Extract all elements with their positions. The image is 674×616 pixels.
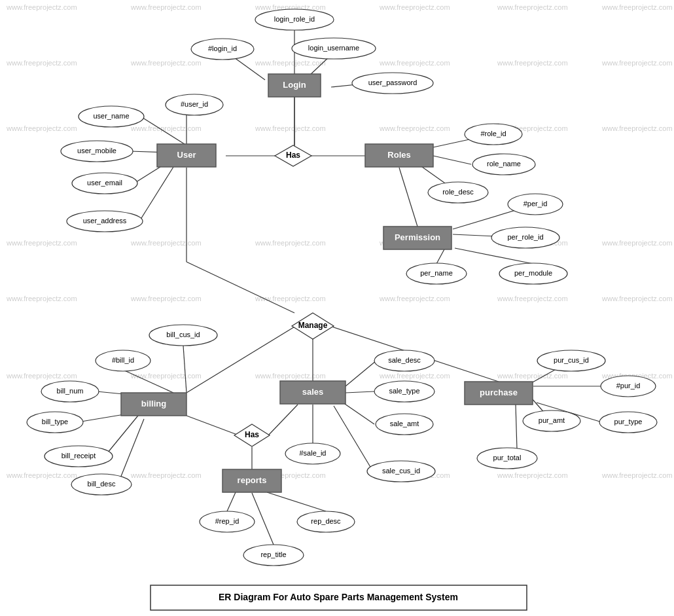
svg-line-83 [186,416,239,435]
attr-user-password-label: user_password [368,79,417,86]
svg-text:www.freeprojectz.com: www.freeprojectz.com [130,3,202,11]
attr-per-name-label: per_name [420,269,453,277]
attr-user-address-label: user_address [83,217,127,225]
entity-user-label: User [177,150,196,160]
svg-line-68 [123,370,173,393]
svg-text:www.freeprojectz.com: www.freeprojectz.com [130,59,202,67]
entity-permission-label: Permission [395,232,440,242]
attr-sale-amt-label: sale_amt [390,420,419,427]
svg-line-63 [186,262,294,313]
svg-line-86 [227,492,236,511]
svg-line-67 [183,346,186,393]
svg-line-55 [433,156,471,164]
svg-text:www.freeprojectz.com: www.freeprojectz.com [601,295,673,302]
attr-user-id-label: #user_id [181,100,208,108]
attr-rep-title-label: rep_title [260,551,286,558]
svg-text:www.freeprojectz.com: www.freeprojectz.com [601,239,673,247]
relationship-has2-label: Has [245,430,259,439]
attr-pur-id-label: #pur_id [616,382,641,390]
attr-bill-desc-label: bill_desc [88,480,116,488]
svg-line-72 [118,419,144,484]
svg-line-82 [516,405,517,449]
attr-per-module-label: per_module [514,269,552,277]
attr-sale-cus-id-label: sale_cus_id [382,467,420,475]
attr-user-email-label: user_email [87,179,122,187]
attr-login-role-id-label: login_role_id [274,15,315,23]
svg-line-51 [139,167,173,221]
attr-role-desc-label: role_desc [442,188,474,196]
svg-line-73 [346,361,376,386]
svg-text:www.freeprojectz.com: www.freeprojectz.com [497,59,568,67]
attr-role-id-label: #role_id [480,130,506,137]
attr-rep-id-label: #rep_id [215,517,239,525]
svg-line-60 [436,248,445,264]
svg-text:www.freeprojectz.com: www.freeprojectz.com [6,239,77,247]
entity-reports-label: reports [238,475,267,485]
attr-pur-total-label: pur_total [493,454,522,462]
svg-text:www.freeprojectz.com: www.freeprojectz.com [6,372,77,380]
attr-user-mobile-label: user_mobile [77,147,116,154]
svg-line-48 [141,117,186,145]
attr-login-id-label: #login_id [208,45,237,52]
attr-user-name-label: user_name [93,112,129,120]
svg-text:www.freeprojectz.com: www.freeprojectz.com [379,124,450,132]
svg-text:www.freeprojectz.com: www.freeprojectz.com [130,471,202,479]
entity-purchase-label: purchase [480,388,518,397]
svg-line-61 [455,248,533,264]
svg-text:www.freeprojectz.com: www.freeprojectz.com [379,59,450,67]
svg-line-88 [252,493,274,545]
svg-text:www.freeprojectz.com: www.freeprojectz.com [255,239,326,247]
attr-pur-amt-label: pur_amt [539,416,565,424]
svg-line-87 [267,492,326,511]
svg-line-75 [343,403,374,424]
svg-text:www.freeprojectz.com: www.freeprojectz.com [255,59,326,67]
svg-text:www.freeprojectz.com: www.freeprojectz.com [255,124,326,132]
entity-login-label: Login [283,80,306,90]
svg-text:www.freeprojectz.com: www.freeprojectz.com [601,471,673,479]
svg-text:www.freeprojectz.com: www.freeprojectz.com [6,124,77,132]
svg-line-71 [105,412,141,456]
svg-text:www.freeprojectz.com: www.freeprojectz.com [601,3,673,11]
svg-text:www.freeprojectz.com: www.freeprojectz.com [601,59,673,67]
svg-text:www.freeprojectz.com: www.freeprojectz.com [497,372,568,380]
svg-text:www.freeprojectz.com: www.freeprojectz.com [6,59,77,67]
svg-line-57 [399,168,417,226]
svg-line-76 [334,406,373,471]
svg-line-74 [346,391,374,393]
svg-text:www.freeprojectz.com: www.freeprojectz.com [130,372,202,380]
relationship-has1-label: Has [286,151,300,160]
svg-text:www.freeprojectz.com: www.freeprojectz.com [601,124,673,132]
entity-roles-label: Roles [387,150,410,160]
attr-bill-cus-id-label: bill_cus_id [166,331,200,338]
svg-text:www.freeprojectz.com: www.freeprojectz.com [379,295,450,302]
attr-rep-desc-label: rep_desc [311,517,341,525]
attr-bill-receipt-label: bill_receipt [62,452,96,460]
svg-text:www.freeprojectz.com: www.freeprojectz.com [6,471,77,479]
svg-text:www.freeprojectz.com: www.freeprojectz.com [255,372,326,380]
attr-sale-type-label: sale_type [389,387,419,395]
attr-per-role-id-label: per_role_id [507,233,543,241]
svg-text:www.freeprojectz.com: www.freeprojectz.com [379,372,450,380]
svg-text:www.freeprojectz.com: www.freeprojectz.com [497,295,568,302]
entity-sales-label: sales [302,387,324,397]
svg-text:www.freeprojectz.com: www.freeprojectz.com [130,295,202,302]
svg-text:www.freeprojectz.com: www.freeprojectz.com [130,239,202,247]
attr-login-username-label: login_username [308,44,359,52]
relationship-manage-label: Manage [298,321,328,330]
attr-sale-id-label: #sale_id [300,449,327,457]
er-diagram: www.freeprojectz.com www.freeprojectz.co… [0,0,674,616]
attr-per-id-label: #per_id [523,200,548,208]
attr-pur-cus-id-label: pur_cus_id [554,356,589,364]
svg-text:www.freeprojectz.com: www.freeprojectz.com [497,471,568,479]
entity-billing-label: billing [141,399,166,408]
svg-text:www.freeprojectz.com: www.freeprojectz.com [255,295,326,302]
caption-text: ER Diagram For Auto Spare Parts Manageme… [219,592,458,602]
attr-sale-desc-label: sale_desc [388,356,421,364]
svg-text:www.freeprojectz.com: www.freeprojectz.com [379,3,450,11]
attr-bill-type-label: bill_type [42,418,68,426]
watermark: www.freeprojectz.com [6,3,77,11]
svg-text:www.freeprojectz.com: www.freeprojectz.com [6,295,77,302]
attr-pur-type-label: pur_type [614,418,643,426]
svg-text:www.freeprojectz.com: www.freeprojectz.com [130,124,202,132]
attr-role-name-label: role_name [487,160,521,168]
